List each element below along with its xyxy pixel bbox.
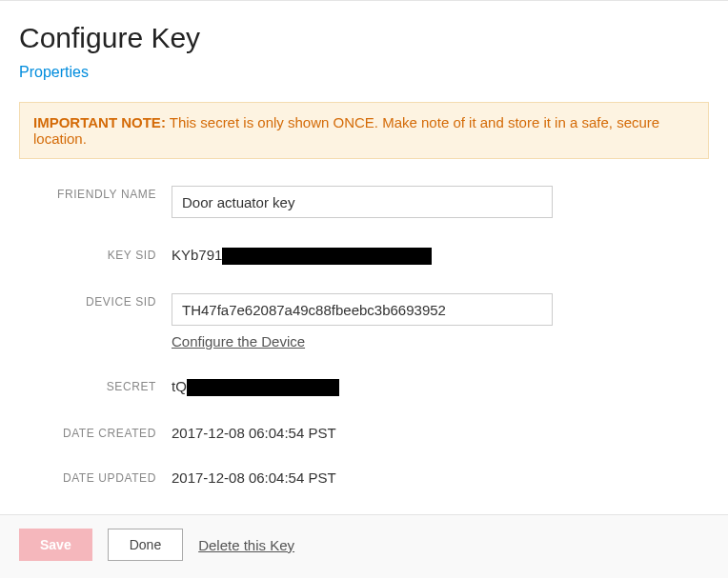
key-sid-prefix: KYb791	[172, 247, 222, 263]
key-sid-redacted	[222, 248, 432, 265]
done-button[interactable]: Done	[108, 529, 183, 561]
device-sid-label: DEVICE SID	[19, 290, 172, 309]
footer-bar: Save Done Delete this Key	[0, 514, 728, 578]
friendly-name-label: FRIENDLY NAME	[19, 182, 172, 201]
page-title: Configure Key	[19, 22, 709, 54]
friendly-name-input[interactable]	[172, 186, 553, 218]
date-updated-value: 2017-12-08 06:04:54 PST	[172, 466, 709, 486]
key-form: FRIENDLY NAME KEY SID KYb791 DEVICE SID …	[19, 182, 709, 486]
key-sid-value: KYb791	[172, 243, 709, 265]
secret-prefix: tQ	[172, 378, 187, 394]
date-created-label: DATE CREATED	[19, 421, 172, 440]
configure-device-link[interactable]: Configure the Device	[172, 333, 305, 349]
date-created-value: 2017-12-08 06:04:54 PST	[172, 421, 709, 441]
key-sid-label: KEY SID	[19, 243, 172, 262]
secret-redacted	[187, 379, 339, 396]
save-button[interactable]: Save	[19, 529, 92, 561]
important-notice: IMPORTANT NOTE: This secret is only show…	[19, 102, 709, 159]
delete-key-link[interactable]: Delete this Key	[198, 537, 294, 553]
device-sid-input[interactable]	[172, 293, 553, 326]
secret-value: tQ	[172, 374, 709, 396]
date-updated-label: DATE UPDATED	[19, 466, 172, 485]
page-subtitle: Properties	[19, 64, 709, 81]
secret-label: SECRET	[19, 374, 172, 393]
notice-bold: IMPORTANT NOTE:	[33, 114, 166, 130]
